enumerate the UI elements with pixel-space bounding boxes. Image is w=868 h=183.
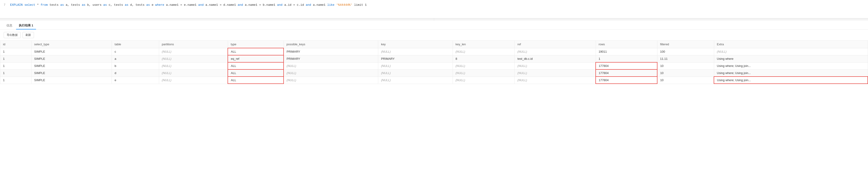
cell-key_len: (NULL): [453, 70, 515, 77]
cell-rows: 177804: [596, 62, 657, 70]
cell-id: 1: [0, 77, 31, 84]
table-row: 1SIMPLEe(NULL)ALL(NULL)(NULL)(NULL)(NULL…: [0, 77, 868, 84]
cell-extra: Using where; Using join...: [714, 62, 868, 70]
cell-select_type: SIMPLE: [31, 77, 112, 84]
sql-condition-2: a.name1 = d.name1: [206, 3, 238, 7]
cell-ref: test_db.c.id: [515, 55, 596, 62]
cell-rows: 19011: [596, 48, 657, 55]
cell-table: a: [112, 55, 159, 62]
cell-table: d: [112, 70, 159, 77]
cell-id: 1: [0, 55, 31, 62]
cell-key_len: (NULL): [453, 62, 515, 70]
sql-condition-4: a.id = c.id: [284, 3, 306, 7]
sql-text-6: e: [152, 3, 155, 7]
sql-editor: 7 EXPLAIN select * from tests as a, test…: [0, 0, 868, 18]
col-rows: rows: [596, 41, 657, 48]
explain-keyword: EXPLAIN select: [10, 3, 35, 7]
cell-table: b: [112, 62, 159, 70]
cell-type: ALL: [228, 62, 284, 70]
cell-key: PRIMARY: [378, 55, 453, 62]
tab-info[interactable]: 信息: [4, 22, 15, 29]
cell-possible_keys: (NULL): [284, 70, 378, 77]
col-partitions: partitions: [159, 41, 228, 48]
cell-key_len: 8: [453, 55, 515, 62]
sql-condition-3: a.name1 = b.name1: [245, 3, 277, 7]
cell-select_type: SIMPLE: [31, 70, 112, 77]
sql-string: '%44444%': [336, 3, 352, 7]
sql-limit: limit 1: [354, 3, 367, 7]
cell-filtered: 10: [657, 62, 714, 70]
table-wrapper: id select_type table partitions type pos…: [0, 41, 868, 87]
sql-text-5: d, tests: [130, 3, 146, 7]
cell-id: 1: [0, 62, 31, 70]
results-section: 信息 执行结果 1 导出数据 刷新 id select_type table p…: [0, 20, 868, 87]
results-table: id select_type table partitions type pos…: [0, 41, 868, 84]
cell-rows: 1: [596, 55, 657, 62]
cell-ref: (NULL): [515, 62, 596, 70]
cell-partitions: (NULL): [159, 77, 228, 84]
cell-key_len: (NULL): [453, 48, 515, 55]
tabs-bar: 信息 执行结果 1: [0, 20, 868, 30]
col-ref: ref: [515, 41, 596, 48]
sql-condition-5: a.name1: [313, 3, 327, 7]
cell-id: 1: [0, 70, 31, 77]
cell-ref: (NULL): [515, 48, 596, 55]
tab-results[interactable]: 执行结果 1: [16, 22, 36, 29]
cell-filtered: 10: [657, 77, 714, 84]
sql-star: *: [37, 3, 41, 7]
toolbar: 导出数据 刷新: [0, 30, 868, 41]
cell-select_type: SIMPLE: [31, 48, 112, 55]
col-select-type: select_type: [31, 41, 112, 48]
refresh-button[interactable]: 刷新: [23, 32, 34, 38]
cell-filtered: 10: [657, 70, 714, 77]
cell-partitions: (NULL): [159, 48, 228, 55]
cell-select_type: SIMPLE: [31, 55, 112, 62]
cell-id: 1: [0, 48, 31, 55]
cell-extra: Using where; Using join...: [714, 77, 868, 84]
resize-handle[interactable]: ⋮: [0, 18, 868, 20]
cell-ref: (NULL): [515, 70, 596, 77]
as-keyword-4: as: [125, 3, 128, 7]
col-table: table: [112, 41, 159, 48]
cell-type: eq_ref: [228, 55, 284, 62]
sql-content: EXPLAIN select * from tests as a, tests …: [10, 3, 864, 7]
cell-ref: (NULL): [515, 77, 596, 84]
col-filtered: filtered: [657, 41, 714, 48]
cell-table: e: [112, 77, 159, 84]
cell-filtered: 100: [657, 48, 714, 55]
sql-text-4: c, tests: [108, 3, 125, 7]
line-number: 7: [4, 3, 7, 7]
col-type: type: [228, 41, 284, 48]
like-keyword: like: [327, 3, 334, 7]
cell-possible_keys: (NULL): [284, 62, 378, 70]
cell-partitions: (NULL): [159, 62, 228, 70]
sql-text-3: b, users: [87, 3, 103, 7]
table-header-row: id select_type table partitions type pos…: [0, 41, 868, 48]
cell-key: (NULL): [378, 62, 453, 70]
col-possible-keys: possible_keys: [284, 41, 378, 48]
cell-key_len: (NULL): [453, 77, 515, 84]
table-row: 1SIMPLEa(NULL)eq_refPRIMARYPRIMARY8test_…: [0, 55, 868, 62]
cell-possible_keys: (NULL): [284, 77, 378, 84]
cell-type: ALL: [228, 70, 284, 77]
table-row: 1SIMPLEb(NULL)ALL(NULL)(NULL)(NULL)(NULL…: [0, 62, 868, 70]
cell-extra: (NULL): [714, 48, 868, 55]
col-key-len: key_len: [453, 41, 515, 48]
cell-rows: 177804: [596, 70, 657, 77]
cell-select_type: SIMPLE: [31, 62, 112, 70]
and-keyword-1: and: [198, 3, 204, 7]
cell-possible_keys: PRIMARY: [284, 55, 378, 62]
where-keyword: where: [155, 3, 164, 7]
cell-possible_keys: PRIMARY: [284, 48, 378, 55]
as-keyword-3: as: [103, 3, 107, 7]
cell-extra: Using where: [714, 55, 868, 62]
table-row: 1SIMPLEd(NULL)ALL(NULL)(NULL)(NULL)(NULL…: [0, 70, 868, 77]
export-button[interactable]: 导出数据: [4, 32, 21, 38]
sql-line: 7 EXPLAIN select * from tests as a, test…: [4, 3, 864, 7]
cell-rows: 177804: [596, 77, 657, 84]
as-keyword-2: as: [82, 3, 86, 7]
and-keyword-4: and: [306, 3, 311, 7]
sql-condition-1: a.name1 = e.name1: [166, 3, 198, 7]
from-keyword: from: [41, 3, 48, 7]
cell-type: ALL: [228, 48, 284, 55]
